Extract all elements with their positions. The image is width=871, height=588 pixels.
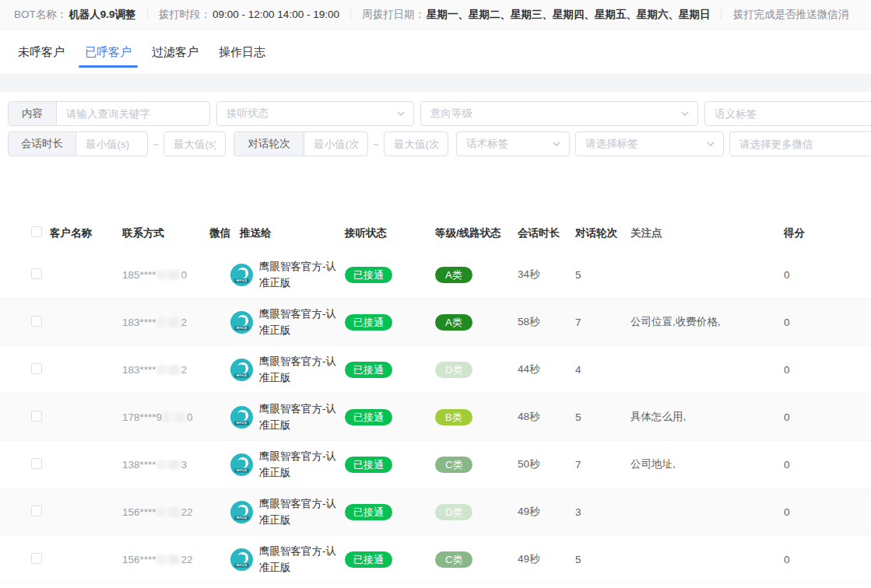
tabs-bar: 未呼客户 已呼客户 过滤客户 操作日志 [0, 30, 871, 75]
focus-cell: 具体怎么用, [630, 410, 782, 424]
listen-status-badge: 已接通 [345, 504, 392, 520]
range-tilde: ~ [148, 138, 163, 150]
table-header-row: 客户名称 联系方式 微信 推送给 接听状态 等级/线路状态 会话时长 对话轮次 … [0, 215, 871, 251]
bot-name-value: 机器人9.9调整 [68, 8, 135, 22]
bot-name-group: BOT名称： 机器人9.9调整 [14, 8, 136, 22]
listen-status-select[interactable]: 接听状态 [216, 101, 414, 126]
tab-called[interactable]: 已呼客户 [83, 31, 133, 72]
week-days-label: 周拨打日期： [362, 8, 425, 22]
content-filter-label: 内容 [9, 102, 57, 125]
rounds-cell: 4 [574, 364, 630, 376]
row-checkbox[interactable] [31, 316, 42, 327]
tab-uncalled[interactable]: 未呼客户 [16, 31, 66, 72]
score-cell: 0 [782, 459, 871, 471]
svg-text:鹰眼智客: 鹰眼智客 [236, 373, 248, 377]
duration-cell: 58秒 [516, 315, 574, 329]
rounds-max-input[interactable] [385, 132, 448, 156]
push-to-name: 鹰眼智客官方-认准正版 [259, 495, 340, 528]
tab-operation-log[interactable]: 操作日志 [217, 31, 267, 72]
select-tag-select[interactable]: 请选择标签 [575, 131, 724, 156]
rounds-cell: 3 [574, 506, 630, 518]
table-row: 183****2 鹰眼智客 鹰眼智客官方-认准正版 已接通 D类 44秒 4 0 [0, 346, 871, 394]
duration-cell: 50秒 [516, 457, 574, 471]
phone-cell: 183****2 [115, 317, 201, 328]
duration-cell: 48秒 [516, 410, 574, 424]
phone-suffix: 0 [187, 411, 193, 423]
redacted-digits [157, 365, 181, 375]
rounds-cell: 5 [574, 269, 630, 281]
phone-suffix: 2 [181, 317, 188, 328]
more-wechat-input[interactable] [730, 132, 871, 156]
svg-text:鹰眼智客: 鹰眼智客 [236, 278, 248, 282]
rounds-cell: 7 [574, 459, 630, 471]
chevron-down-icon [706, 139, 715, 149]
table-body: 185****0 鹰眼智客 鹰眼智客官方-认准正版 已接通 A类 34秒 5 0… [0, 251, 871, 583]
rounds-filter-label: 对话轮次 [234, 132, 304, 156]
header-listen-status: 接听状态 [340, 226, 434, 240]
row-checkbox[interactable] [31, 458, 42, 469]
row-checkbox[interactable] [31, 411, 42, 422]
phone-prefix: 178****9 [122, 411, 162, 423]
intent-level-select[interactable]: 意向等级 [420, 101, 698, 126]
content-filter-group: 内容 [8, 101, 210, 126]
table-row: 185****0 鹰眼智客 鹰眼智客官方-认准正版 已接通 A类 34秒 5 0 [0, 251, 871, 299]
push-to-name: 鹰眼智客官方-认准正版 [259, 448, 340, 481]
header-customer-name: 客户名称 [47, 226, 115, 240]
chevron-down-icon [680, 109, 690, 118]
filter-row-2: 会话时长 ~ 对话轮次 ~ 话术标签 请选择标签 [8, 131, 871, 156]
table-row: 156****22 鹰眼智客 鹰眼智客官方-认准正版 已接通 C类 49秒 5 … [0, 536, 871, 583]
redacted-digits [157, 555, 181, 565]
focus-cell: 公司位置,收费价格, [630, 315, 782, 329]
level-badge: B类 [435, 409, 472, 425]
select-tag-placeholder: 请选择标签 [585, 137, 638, 151]
dial-period-label: 拨打时段： [159, 8, 212, 22]
topbar-divider [147, 9, 148, 20]
script-tag-select[interactable]: 话术标签 [456, 131, 570, 156]
duration-min-input[interactable] [76, 132, 147, 156]
level-badge: A类 [435, 314, 472, 331]
level-badge: A类 [435, 267, 472, 283]
topbar-divider [721, 9, 722, 20]
push-to-name: 鹰眼智客官方-认准正版 [259, 258, 340, 291]
score-cell: 0 [782, 269, 871, 281]
phone-prefix: 156**** [122, 506, 156, 518]
phone-prefix: 183**** [122, 364, 156, 376]
focus-cell: 公司地址, [630, 457, 782, 471]
phone-cell: 185****0 [115, 269, 201, 281]
svg-text:鹰眼智客: 鹰眼智客 [236, 516, 248, 520]
bot-name-label: BOT名称： [14, 8, 67, 22]
rounds-cell: 5 [574, 554, 630, 565]
duration-max-group [163, 131, 226, 156]
more-wechat-group [729, 131, 871, 156]
phone-suffix: 3 [181, 459, 188, 471]
semantic-tag-input[interactable] [705, 102, 871, 125]
phone-prefix: 138**** [122, 459, 156, 471]
duration-filter-label: 会话时长 [9, 132, 76, 156]
level-badge: C类 [435, 457, 472, 473]
push-to-name: 鹰眼智客官方-认准正版 [259, 543, 340, 576]
header-rounds: 对话轮次 [574, 226, 630, 240]
listen-status-badge: 已接通 [345, 457, 392, 473]
duration-max-input[interactable] [164, 132, 225, 156]
listen-status-badge: 已接通 [345, 267, 392, 283]
row-checkbox[interactable] [31, 268, 42, 279]
select-all-checkbox[interactable] [31, 226, 42, 237]
push-to-name: 鹰眼智客官方-认准正版 [259, 401, 340, 433]
push-to-name: 鹰眼智客官方-认准正版 [259, 353, 340, 386]
tab-filtered[interactable]: 过滤客户 [150, 31, 200, 72]
rounds-min-input[interactable] [304, 132, 367, 156]
row-checkbox[interactable] [31, 363, 42, 374]
row-checkbox[interactable] [31, 506, 42, 516]
listen-status-badge: 已接通 [345, 551, 392, 568]
range-tilde: ~ [368, 138, 384, 150]
header-focus: 关注点 [630, 226, 782, 240]
wechat-avatar-icon: 鹰眼智客 [230, 359, 253, 381]
wechat-avatar-icon: 鹰眼智客 [230, 311, 253, 334]
redacted-digits [163, 412, 186, 422]
redacted-digits [157, 460, 181, 470]
filter-row-1: 内容 接听状态 意向等级 [8, 101, 871, 126]
content-keyword-input[interactable] [57, 102, 209, 125]
row-checkbox[interactable] [31, 553, 42, 564]
phone-suffix: 22 [181, 506, 193, 518]
svg-text:鹰眼智客: 鹰眼智客 [236, 563, 248, 567]
